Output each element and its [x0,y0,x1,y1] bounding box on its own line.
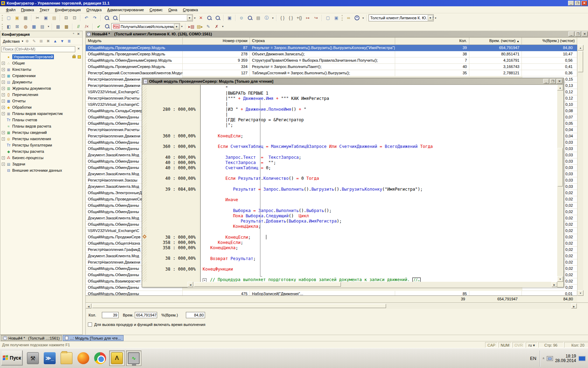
expand-icon[interactable]: + [2,106,5,109]
table-box-icon[interactable]: ▦ [30,23,38,30]
table-scroll-left-icon[interactable]: ◀ [86,304,91,308]
actions-menu[interactable]: Действия [2,39,21,44]
edit-document-icon[interactable]: ✎ [204,23,212,30]
expand-icon[interactable]: + [2,100,5,103]
tree-item[interactable]: +▦Справочники [0,73,82,79]
tree-item[interactable]: +∴Общие [0,60,82,66]
save-document-icon[interactable]: ▦ [22,14,29,21]
page-setup-icon[interactable]: ▢ [324,14,332,21]
tree-item[interactable]: +{}Перечисления [0,91,82,98]
num-indicator[interactable]: NUM [498,342,512,348]
tree-item[interactable]: ТтПланы счетов [0,117,82,123]
code-horizontal-scrollbar[interactable]: ◀ ▶ [188,282,557,287]
next-procedure-icon[interactable]: { } [287,14,295,21]
module-check-icon[interactable]: ▤ [254,14,262,21]
code-window-titlebar[interactable]: Общий модуль ПроведениеСервер: Модуль [Т… [142,78,564,85]
info-icon[interactable]: ⓘ [263,14,271,21]
language-indicator[interactable]: ru ▾ [526,342,538,348]
search-history-dropdown[interactable]: ▾ [193,14,197,21]
code-maximize-button[interactable]: ❐ [550,79,556,84]
scroll-up-icon[interactable]: ▲ [578,45,583,50]
minimize-button[interactable]: _ [568,1,574,6]
func-dropdown[interactable]: ▾ [180,23,184,30]
comment-lines-icon[interactable]: // [75,23,82,30]
goto-definition-icon[interactable]: ▸▤ [188,23,195,30]
file-explorer-taskbar-icon[interactable] [59,350,74,366]
tree-item[interactable]: +▤Задачи [0,161,82,167]
mdi-tab[interactable]: ...: Модуль [Только для чте... [63,335,123,341]
delete-marked-icon[interactable]: ✗ [213,23,220,30]
action-clone-icon[interactable]: ⊞ [38,39,44,44]
tree-item[interactable]: ТтРегистры бухгалтерии [0,142,82,148]
open-document-icon[interactable]: ▣ [13,14,21,21]
tree-item[interactable]: +▥Журналы документов [0,85,82,91]
time-field[interactable]: 654,791947 [135,312,157,318]
table-row[interactable]: РегистрСведений.СостоянияЗаказовКлиентов… [86,70,577,76]
tree-item[interactable]: +⁂Бизнес-процессы [0,155,82,161]
client-extra-dropdown[interactable]: ▾ [434,14,438,21]
action-move-down-icon[interactable]: ▼ [59,39,65,44]
prev-procedure-icon[interactable]: { } [279,14,286,21]
client-combo[interactable]: Толстый клиент:Литвинов К. Ю. (12▼ [369,14,434,21]
expand-icon[interactable]: + [2,163,5,166]
menu-item[interactable]: Файл [4,7,18,13]
column-header[interactable]: %(Врем.) (чистое) [522,38,577,45]
profiler-maximize-button[interactable]: ❐ [575,32,581,36]
action-add-icon[interactable]: ⊕ [24,39,30,44]
code-scroll-right-icon[interactable]: ▶ [552,282,557,287]
print-icon[interactable]: ⊟ [62,14,70,21]
menu-item[interactable]: Окна [166,7,180,13]
client-combo-dropdown-icon[interactable]: ▼ [428,15,433,21]
function-combo[interactable]: F(x)ПолучитьМассивИспользуемы:▼ [111,23,180,30]
start-button[interactable]: Пуск [1,350,23,366]
pct-field[interactable]: 84,80 [186,312,205,318]
overwrite-indicator[interactable]: OVR [512,342,525,348]
include-call-time-checkbox[interactable] [88,322,92,327]
column-header[interactable]: Кол. [395,38,469,45]
profiler-window-titlebar[interactable]: Новый4 * (Толстый клиент:Литвинов К. Ю. … [86,31,588,38]
syntax-assistant-icon[interactable]: ☺ [238,14,245,21]
show-desktop-icon[interactable] [578,356,586,361]
mdi-tab[interactable]: Новый4 * (Толстый ...:1561) [1,335,62,341]
find-previous-icon[interactable] [214,14,222,21]
tree-item[interactable]: +▦Планы видов характеристик [0,110,82,117]
tree-item[interactable]: ≈Планы видов расчета [0,123,82,129]
table-scroll-thumb[interactable] [578,51,583,72]
count-field[interactable]: 39 [102,312,119,318]
code-editor[interactable]: " |ВЫБРАТЬ ПЕРВЫЕ 1 |""" + Движение.Имя … [201,85,557,282]
table-row[interactable]: ОбщийМодуль.ПроведениеСервер.Модуль87Рез… [86,45,577,51]
back-procedure-icon[interactable]: ↪ [312,14,320,21]
table-row[interactable]: ОбщийМодуль.ОбменДаннымиСервер.Модуль9 3… [86,57,577,64]
goto-procedure-icon[interactable]: ↦ [304,14,312,21]
table-vertical-scrollbar[interactable]: ▲ ▼ [577,45,583,296]
expand-icon[interactable]: + [2,112,5,115]
table-horizontal-scrollbar[interactable]: ◀ ▶ [86,304,577,309]
syntax-check-icon[interactable]: ✔ [95,23,103,30]
code-vertical-scrollbar[interactable]: ▲ ▼ [557,85,563,282]
menu-item[interactable]: Правка [19,7,36,13]
tree-item[interactable]: ◆Регистры расчета [0,148,82,155]
expand-icon[interactable]: + [2,62,5,65]
line-indicator[interactable]: Стр: 96 [538,342,564,348]
tree-item[interactable]: +◎Регистры накопления [0,136,82,142]
scroll-down-icon[interactable]: ▼ [578,290,583,296]
column-header[interactable]: Номер строки [183,38,250,45]
menu-item[interactable]: Текст [37,7,52,13]
actions-dropdown-icon[interactable]: ▾ [22,40,23,43]
template-colored-icon[interactable]: ▩ [63,23,70,30]
tree-item[interactable]: +▦Отчеты [0,98,82,104]
menu-item[interactable]: Справка [180,7,200,13]
code-scroll-down-icon[interactable]: ▼ [557,276,563,282]
find-procedure-icon[interactable] [103,23,111,30]
profiler-close-button[interactable]: ✕ [582,32,588,36]
menu-item[interactable]: Отладка [84,7,104,13]
close-window-icon-icon[interactable]: ⊠ [13,23,21,30]
cut-icon[interactable]: ✂ [34,14,41,21]
menu-item[interactable]: Сервис [147,7,165,13]
profiler-minimize-button[interactable]: _ [568,32,574,36]
nav-dropdown[interactable]: ▾ [221,23,225,30]
table-row[interactable]: ОбщийМодуль.ПроведениеСервер.Модуль278Об… [86,51,577,57]
table-hscroll-thumb[interactable] [92,304,386,308]
clear-tree-search-icon[interactable]: ✕ [76,46,81,52]
tray-expand-icon[interactable]: » [542,357,546,360]
